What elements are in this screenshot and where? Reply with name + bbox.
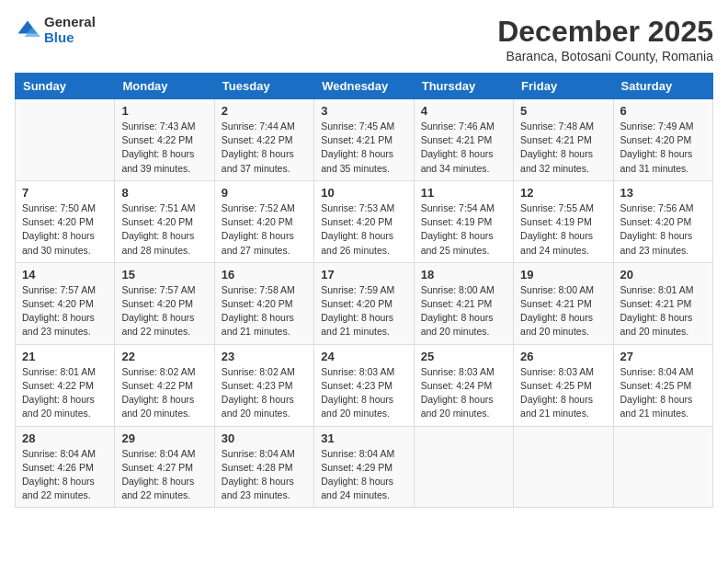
day-info: Sunrise: 7:49 AM Sunset: 4:20 PM Dayligh…	[620, 120, 706, 176]
sunrise-info: Sunrise: 8:03 AM	[421, 366, 495, 377]
calendar-week-row: 7 Sunrise: 7:50 AM Sunset: 4:20 PM Dayli…	[16, 180, 713, 262]
day-info: Sunrise: 7:57 AM Sunset: 4:20 PM Dayligh…	[22, 283, 108, 339]
day-number: 30	[222, 431, 307, 445]
sunset-info: Sunset: 4:21 PM	[321, 134, 392, 145]
sunset-info: Sunset: 4:23 PM	[222, 380, 293, 391]
sunset-info: Sunset: 4:25 PM	[520, 380, 592, 391]
logo-blue-text: Blue	[44, 30, 96, 46]
day-info: Sunrise: 7:48 AM Sunset: 4:21 PM Dayligh…	[520, 120, 606, 176]
day-number: 3	[321, 104, 406, 118]
day-info: Sunrise: 7:52 AM Sunset: 4:20 PM Dayligh…	[222, 201, 307, 258]
day-info: Sunrise: 8:04 AM Sunset: 4:27 PM Dayligh…	[121, 447, 207, 503]
sunrise-info: Sunrise: 7:58 AM	[222, 284, 295, 295]
sunset-info: Sunset: 4:20 PM	[121, 298, 193, 309]
sunset-info: Sunset: 4:20 PM	[321, 298, 392, 309]
day-info: Sunrise: 8:01 AM Sunset: 4:21 PM Dayligh…	[620, 283, 706, 339]
sunset-info: Sunset: 4:19 PM	[421, 216, 493, 227]
sunset-info: Sunset: 4:27 PM	[121, 462, 193, 473]
day-number: 27	[620, 350, 706, 363]
daylight-info: Daylight: 8 hours and 22 minutes.	[121, 476, 194, 500]
day-info: Sunrise: 8:03 AM Sunset: 4:24 PM Dayligh…	[421, 365, 506, 421]
sunrise-info: Sunrise: 7:59 AM	[321, 284, 394, 295]
day-number: 24	[321, 350, 406, 363]
calendar-cell: 4 Sunrise: 7:46 AM Sunset: 4:21 PM Dayli…	[414, 99, 513, 181]
sunrise-info: Sunrise: 7:57 AM	[22, 284, 96, 295]
calendar-cell: 29 Sunrise: 8:04 AM Sunset: 4:27 PM Dayl…	[115, 426, 214, 508]
sunset-info: Sunset: 4:22 PM	[121, 380, 193, 391]
daylight-info: Daylight: 8 hours and 28 minutes.	[121, 230, 194, 255]
logo-general-text: General	[44, 15, 96, 30]
sunset-info: Sunset: 4:24 PM	[421, 380, 493, 391]
calendar-cell: 13 Sunrise: 7:56 AM Sunset: 4:20 PM Dayl…	[613, 180, 712, 262]
daylight-info: Daylight: 8 hours and 20 minutes.	[620, 312, 693, 337]
sunrise-info: Sunrise: 7:50 AM	[22, 202, 96, 213]
calendar-header-friday: Friday	[514, 74, 613, 99]
daylight-info: Daylight: 8 hours and 35 minutes.	[321, 148, 393, 173]
title-block: December 2025 Baranca, Botosani County, …	[497, 15, 713, 63]
calendar-cell: 15 Sunrise: 7:57 AM Sunset: 4:20 PM Dayl…	[115, 262, 214, 344]
calendar-header-wednesday: Wednesday	[314, 74, 414, 99]
daylight-info: Daylight: 8 hours and 24 minutes.	[321, 476, 393, 500]
day-number: 9	[222, 186, 307, 200]
daylight-info: Daylight: 8 hours and 30 minutes.	[22, 230, 95, 255]
sunset-info: Sunset: 4:20 PM	[222, 216, 293, 227]
daylight-info: Daylight: 8 hours and 26 minutes.	[321, 230, 393, 255]
day-info: Sunrise: 8:04 AM Sunset: 4:28 PM Dayligh…	[222, 447, 307, 503]
day-info: Sunrise: 7:46 AM Sunset: 4:21 PM Dayligh…	[421, 120, 506, 176]
calendar-cell: 11 Sunrise: 7:54 AM Sunset: 4:19 PM Dayl…	[414, 180, 513, 262]
calendar-header-row: SundayMondayTuesdayWednesdayThursdayFrid…	[16, 74, 713, 99]
sunset-info: Sunset: 4:22 PM	[22, 380, 94, 391]
day-number: 26	[520, 350, 606, 363]
sunset-info: Sunset: 4:25 PM	[620, 380, 692, 391]
daylight-info: Daylight: 8 hours and 25 minutes.	[421, 230, 494, 255]
day-number: 16	[222, 268, 307, 282]
sunset-info: Sunset: 4:20 PM	[22, 298, 94, 309]
calendar-cell: 5 Sunrise: 7:48 AM Sunset: 4:21 PM Dayli…	[514, 99, 613, 181]
calendar-header-saturday: Saturday	[613, 74, 712, 99]
daylight-info: Daylight: 8 hours and 20 minutes.	[520, 312, 593, 337]
day-number: 10	[321, 186, 406, 200]
daylight-info: Daylight: 8 hours and 32 minutes.	[520, 148, 593, 173]
daylight-info: Daylight: 8 hours and 31 minutes.	[620, 148, 693, 173]
day-number: 22	[121, 350, 207, 363]
sunset-info: Sunset: 4:20 PM	[22, 216, 94, 227]
logo-icon	[15, 17, 40, 43]
day-info: Sunrise: 8:01 AM Sunset: 4:22 PM Dayligh…	[22, 365, 108, 421]
sunrise-info: Sunrise: 7:52 AM	[222, 202, 295, 213]
sunrise-info: Sunrise: 7:44 AM	[222, 121, 295, 132]
day-number: 11	[421, 186, 506, 200]
calendar-cell	[613, 426, 712, 508]
logo-text: General Blue	[44, 15, 96, 45]
day-number: 28	[22, 431, 108, 445]
sunrise-info: Sunrise: 8:04 AM	[321, 448, 394, 459]
calendar-cell: 8 Sunrise: 7:51 AM Sunset: 4:20 PM Dayli…	[115, 180, 214, 262]
sunrise-info: Sunrise: 7:43 AM	[121, 121, 195, 132]
day-info: Sunrise: 8:04 AM Sunset: 4:29 PM Dayligh…	[321, 447, 406, 503]
daylight-info: Daylight: 8 hours and 22 minutes.	[121, 312, 194, 337]
day-info: Sunrise: 7:45 AM Sunset: 4:21 PM Dayligh…	[321, 120, 406, 176]
daylight-info: Daylight: 8 hours and 20 minutes.	[121, 394, 194, 419]
day-number: 31	[321, 431, 406, 445]
calendar-cell: 9 Sunrise: 7:52 AM Sunset: 4:20 PM Dayli…	[214, 180, 313, 262]
daylight-info: Daylight: 8 hours and 34 minutes.	[421, 148, 494, 173]
calendar-cell: 27 Sunrise: 8:04 AM Sunset: 4:25 PM Dayl…	[613, 344, 712, 426]
sunset-info: Sunset: 4:21 PM	[421, 134, 493, 145]
sunrise-info: Sunrise: 7:48 AM	[520, 121, 594, 132]
day-info: Sunrise: 8:04 AM Sunset: 4:26 PM Dayligh…	[22, 447, 108, 503]
daylight-info: Daylight: 8 hours and 23 minutes.	[620, 230, 693, 255]
day-info: Sunrise: 7:44 AM Sunset: 4:22 PM Dayligh…	[222, 120, 307, 176]
day-number: 2	[222, 104, 307, 118]
sunrise-info: Sunrise: 7:45 AM	[321, 121, 394, 132]
sunset-info: Sunset: 4:20 PM	[222, 298, 293, 309]
sunrise-info: Sunrise: 7:53 AM	[321, 202, 394, 213]
calendar-cell: 20 Sunrise: 8:01 AM Sunset: 4:21 PM Dayl…	[613, 262, 712, 344]
calendar-header-tuesday: Tuesday	[214, 74, 313, 99]
day-number: 17	[321, 268, 406, 282]
daylight-info: Daylight: 8 hours and 39 minutes.	[121, 148, 194, 173]
calendar-cell	[16, 99, 115, 181]
sunrise-info: Sunrise: 8:02 AM	[121, 366, 195, 377]
daylight-info: Daylight: 8 hours and 37 minutes.	[222, 148, 294, 173]
day-number: 14	[22, 268, 108, 282]
location-title: Baranca, Botosani County, Romania	[497, 49, 713, 63]
day-info: Sunrise: 8:00 AM Sunset: 4:21 PM Dayligh…	[520, 283, 606, 339]
